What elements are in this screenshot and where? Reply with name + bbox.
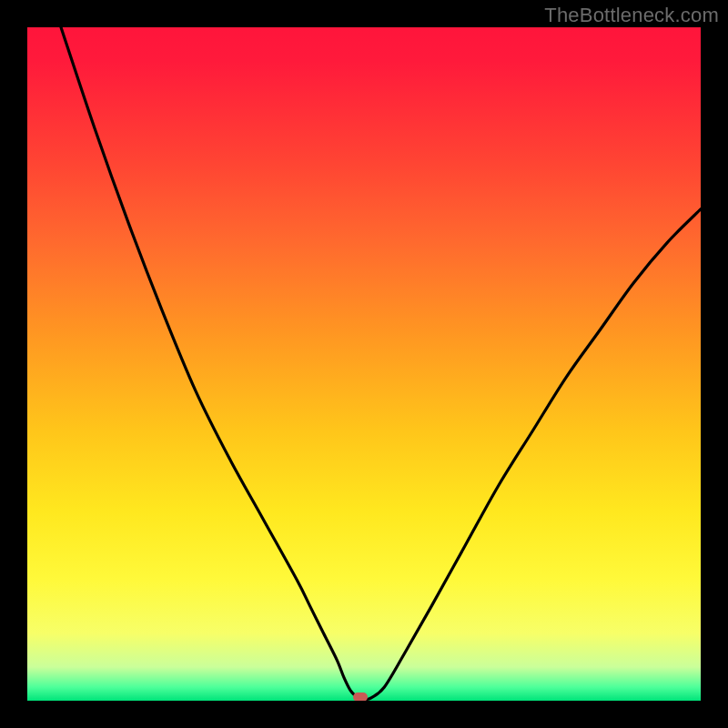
chart-frame: TheBottleneck.com [0,0,728,728]
curve-layer [27,27,701,701]
minimum-marker [353,693,368,701]
bottleneck-curve [61,27,701,700]
plot-area [27,27,701,701]
watermark-label: TheBottleneck.com [544,4,719,27]
